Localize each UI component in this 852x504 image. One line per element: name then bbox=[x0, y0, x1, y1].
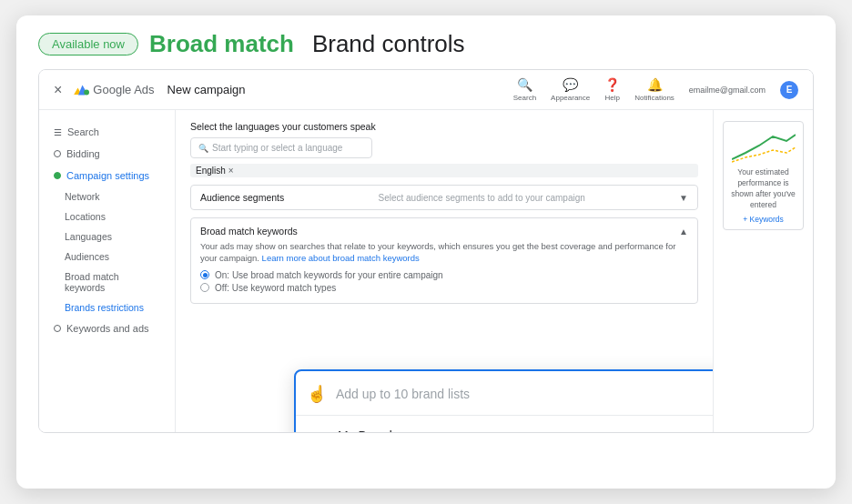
sidebar-keywords-ads-label: Keywords and ads bbox=[66, 323, 149, 334]
ads-main-content: ☰ Search Bidding Campaign settings Netwo… bbox=[39, 110, 813, 432]
performance-box: Your estimated performance is shown afte… bbox=[723, 121, 804, 230]
ads-sidebar: ☰ Search Bidding Campaign settings Netwo… bbox=[39, 110, 176, 432]
performance-keywords-link[interactable]: + Keywords bbox=[729, 215, 797, 224]
sidebar-bidding-label: Bidding bbox=[66, 148, 100, 159]
broad-match-learn-more-link[interactable]: Learn more about broad match keywords bbox=[262, 253, 420, 263]
sidebar-sub-brands-restrictions[interactable]: Brands restrictions bbox=[39, 297, 175, 318]
sidebar-campaign-settings-label: Campaign settings bbox=[66, 170, 149, 181]
ads-logo: Google Ads bbox=[71, 81, 154, 99]
my-brands-item-content: My Brands • • • bbox=[338, 428, 399, 432]
title-brand-controls: Brand controls bbox=[312, 30, 465, 58]
audience-label: Audience segments bbox=[200, 192, 284, 203]
radio-on-option[interactable]: On: Use broad match keywords for your en… bbox=[200, 270, 688, 280]
my-brands-label: My Brands bbox=[338, 428, 399, 432]
dropdown-search-row: ☝ Add up to 10 brand lists bbox=[296, 371, 713, 416]
radio-on-label: On: Use broad match keywords for your en… bbox=[215, 270, 443, 280]
broad-match-header: Broad match keywords ▲ bbox=[200, 226, 688, 237]
page-header: Available now Broad match Brand controls bbox=[16, 15, 836, 69]
ads-form-area: Select the languages your customers spea… bbox=[176, 110, 713, 432]
radio-off-option[interactable]: Off: Use keyword match types bbox=[200, 283, 688, 293]
radio-off-label: Off: Use keyword match types bbox=[215, 283, 336, 293]
brands-restrictions-label: Brands restrictions bbox=[65, 302, 144, 313]
english-language-tag: English × bbox=[190, 164, 698, 177]
bidding-dot-icon bbox=[54, 150, 61, 157]
main-container: Available now Broad match Brand controls… bbox=[16, 15, 836, 489]
english-tag-label: English bbox=[196, 166, 226, 176]
network-label: Network bbox=[65, 191, 100, 202]
languages-section-label: Select the languages your customers spea… bbox=[190, 121, 698, 132]
help-icon[interactable]: ❓ bbox=[604, 77, 620, 92]
broad-match-collapse-icon[interactable]: ▲ bbox=[679, 227, 688, 237]
appearance-icon[interactable]: 💬 bbox=[563, 77, 578, 92]
available-badge: Available now bbox=[38, 33, 138, 55]
performance-text: Your estimated performance is shown afte… bbox=[729, 167, 797, 211]
campaign-settings-dot-icon bbox=[54, 172, 61, 179]
sidebar-search-label: Search bbox=[67, 126, 99, 137]
languages-label: Languages bbox=[65, 231, 112, 242]
notifications-icon[interactable]: 🔔 bbox=[647, 77, 663, 92]
ads-right-panel: Your estimated performance is shown afte… bbox=[713, 110, 813, 432]
close-button[interactable]: × bbox=[54, 82, 62, 98]
broad-match-description: Your ads may show on searches that relat… bbox=[200, 240, 688, 265]
user-avatar[interactable]: E bbox=[780, 81, 798, 99]
radio-off-circle bbox=[200, 283, 209, 292]
radio-on-circle bbox=[200, 270, 209, 279]
nav-search-icon-group: 🔍 Search bbox=[513, 77, 536, 102]
my-brands-item[interactable]: My Brands • • • bbox=[296, 416, 713, 432]
sidebar-item-campaign-settings[interactable]: Campaign settings bbox=[39, 165, 175, 186]
audience-segments-row[interactable]: Audience segments Select audience segmen… bbox=[190, 185, 698, 210]
audience-chevron-icon: ▼ bbox=[679, 193, 688, 203]
ads-nav-title: New campaign bbox=[167, 83, 246, 96]
title-broad-match: Broad match bbox=[149, 30, 294, 58]
sidebar-item-search[interactable]: ☰ Search bbox=[39, 121, 175, 143]
brand-lists-dropdown: ☝ Add up to 10 brand lists My Brands • •… bbox=[294, 369, 713, 432]
language-placeholder: Start typing or select a language bbox=[212, 143, 342, 153]
broad-match-label: Broad match keywords bbox=[65, 271, 119, 293]
sidebar-sub-audiences[interactable]: Audiences bbox=[39, 247, 175, 267]
nav-notifications-label: Notifications bbox=[634, 94, 674, 102]
broad-match-section: Broad match keywords ▲ Your ads may show… bbox=[190, 217, 698, 304]
performance-chart bbox=[729, 127, 797, 164]
audiences-label: Audiences bbox=[65, 251, 109, 262]
sidebar-sub-locations[interactable]: Locations bbox=[39, 207, 175, 227]
english-tag-close[interactable]: × bbox=[228, 166, 234, 176]
ads-topnav-right: 🔍 Search 💬 Appearance ❓ Help 🔔 Notificat… bbox=[513, 77, 798, 102]
language-input[interactable]: 🔍 Start typing or select a language bbox=[190, 137, 372, 158]
sidebar-sub-broad-match[interactable]: Broad match keywords bbox=[39, 267, 175, 297]
broad-match-title: Broad match keywords bbox=[200, 226, 298, 237]
lang-search-icon: 🔍 bbox=[198, 144, 208, 153]
search-sidebar-icon: ☰ bbox=[54, 127, 62, 137]
keywords-ads-dot-icon bbox=[54, 325, 61, 332]
ads-logo-text: Google Ads bbox=[93, 83, 154, 96]
nav-notifications-icon-group: 🔔 Notifications bbox=[634, 77, 674, 102]
nav-appearance-label: Appearance bbox=[551, 94, 590, 102]
search-icon[interactable]: 🔍 bbox=[517, 77, 532, 92]
user-email: emailme@gmail.com bbox=[689, 86, 766, 95]
cursor-hand-icon: ☝ bbox=[307, 384, 327, 404]
sidebar-sub-languages[interactable]: Languages bbox=[39, 227, 175, 247]
svg-point-0 bbox=[85, 89, 90, 95]
locations-label: Locations bbox=[65, 211, 106, 222]
nav-appearance-icon-group: 💬 Appearance bbox=[551, 77, 590, 102]
audience-placeholder: Select audience segments to add to your … bbox=[378, 193, 584, 203]
nav-help-label: Help bbox=[605, 94, 620, 102]
dropdown-placeholder[interactable]: Add up to 10 brand lists bbox=[336, 387, 470, 401]
sidebar-item-keywords-ads[interactable]: Keywords and ads bbox=[39, 318, 175, 339]
sidebar-item-bidding[interactable]: Bidding bbox=[39, 143, 175, 165]
ads-topnav: × Google Ads New campaign 🔍 Search 💬 bbox=[39, 70, 813, 110]
nav-search-label: Search bbox=[513, 94, 536, 102]
ads-ui-container: × Google Ads New campaign 🔍 Search 💬 bbox=[38, 69, 814, 433]
nav-help-icon-group: ❓ Help bbox=[604, 77, 620, 102]
sidebar-sub-network[interactable]: Network bbox=[39, 186, 175, 207]
